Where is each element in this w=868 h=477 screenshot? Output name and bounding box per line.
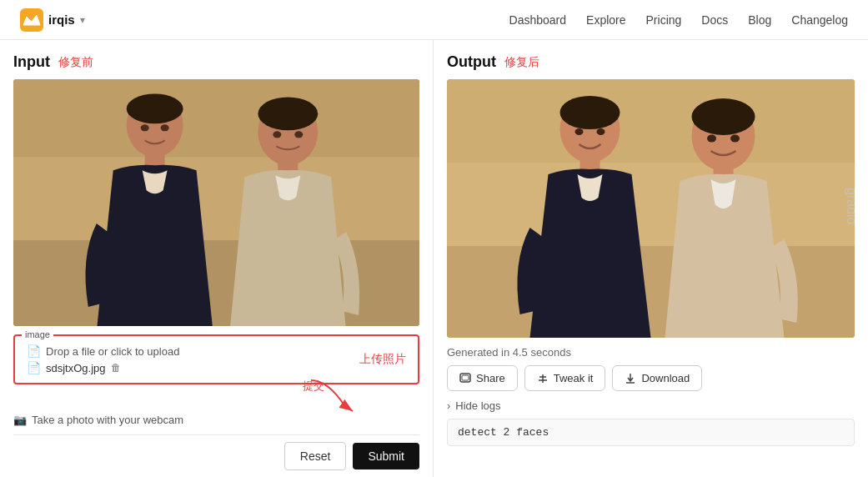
header: irqis ▾ Dashboard Explore Pricing Docs B… [0, 0, 868, 40]
svg-point-21 [560, 96, 620, 129]
output-image: gradio gradio [447, 79, 855, 338]
bottom-bar: Reset Submit [13, 434, 419, 477]
logo-icon [20, 8, 43, 32]
filename: sdsjtxOg.jpg [46, 362, 106, 374]
tweak-button[interactable]: Tweak it [524, 365, 606, 391]
nav-pricing[interactable]: Pricing [646, 13, 682, 27]
svg-point-12 [273, 131, 281, 138]
output-photo-svg: gradio gradio [447, 79, 855, 338]
delete-file-icon[interactable]: 🗑 [111, 362, 121, 374]
webcam-text: Take a photo with your webcam [32, 414, 183, 426]
file-small-icon: 📄 [27, 361, 41, 374]
logs-toggle-label: Hide logs [455, 399, 500, 412]
input-photo-bg [13, 79, 419, 326]
share-icon [459, 373, 471, 384]
output-subtitle: 修复后 [504, 55, 539, 70]
main-nav: Dashboard Explore Pricing Docs Blog Chan… [509, 13, 848, 27]
svg-rect-0 [20, 8, 43, 32]
input-subtitle: 修复前 [58, 55, 93, 70]
input-photo-svg [13, 79, 419, 326]
logo-text: irqis [48, 13, 75, 27]
logs-text: detect 2 faces [458, 426, 549, 439]
download-button[interactable]: Download [612, 365, 702, 391]
download-label: Download [641, 372, 690, 384]
tweak-icon [537, 373, 549, 384]
share-button[interactable]: Share [447, 365, 518, 391]
logo-area: irqis ▾ [20, 8, 85, 32]
nav-changelog[interactable]: Changelog [791, 13, 848, 27]
main-content: Input 修复前 [0, 40, 868, 477]
svg-point-22 [575, 128, 584, 135]
svg-point-7 [141, 124, 149, 131]
upload-label: image [22, 329, 53, 339]
share-label: Share [476, 372, 505, 384]
svg-point-27 [707, 135, 716, 143]
svg-point-11 [258, 97, 318, 130]
download-icon [625, 373, 636, 384]
filename-row: 📄 sdsjtxOg.jpg 🗑 [27, 361, 179, 374]
input-panel: Input 修复前 [0, 40, 434, 477]
action-buttons: Share Tweak it Download [447, 365, 855, 391]
generated-info: Generated in 4.5 seconds [447, 346, 855, 359]
upload-info: 📄 Drop a file or click to upload 📄 sdsjt… [27, 344, 179, 374]
input-title-row: Input 修复前 [13, 53, 419, 71]
upload-row: 📄 Drop a file or click to upload 📄 sdsjt… [27, 344, 406, 374]
output-panel: Output 修复后 [434, 40, 868, 477]
svg-point-28 [730, 135, 740, 143]
logs-chevron-icon: › [447, 399, 450, 412]
input-title: Input [13, 53, 50, 71]
svg-point-8 [161, 124, 169, 131]
submit-button[interactable]: Submit [353, 443, 419, 469]
logs-toggle[interactable]: › Hide logs [447, 399, 855, 412]
svg-point-26 [692, 98, 755, 135]
upload-hint-text: Drop a file or click to upload [46, 345, 179, 358]
arrow-area: 提交 [13, 384, 419, 409]
tweak-label: Tweak it [554, 372, 594, 384]
input-image [13, 79, 419, 326]
svg-text:gradio: gradio [845, 188, 855, 225]
upload-cta[interactable]: 上传照片 [359, 352, 406, 367]
svg-rect-3 [13, 79, 419, 157]
svg-text:提交: 提交 [303, 379, 324, 392]
nav-explore[interactable]: Explore [586, 13, 625, 27]
file-icon: 📄 [27, 344, 41, 358]
chevron-down-icon: ▾ [80, 14, 85, 26]
svg-point-6 [127, 93, 183, 123]
nav-dashboard[interactable]: Dashboard [509, 13, 567, 27]
nav-docs[interactable]: Docs [701, 13, 728, 27]
nav-blog[interactable]: Blog [748, 13, 771, 27]
output-title-row: Output 修复后 [447, 53, 855, 71]
upload-hint: 📄 Drop a file or click to upload [27, 344, 179, 358]
webcam-icon: 📷 [13, 414, 27, 426]
reset-button[interactable]: Reset [284, 442, 347, 470]
svg-point-13 [294, 131, 303, 138]
svg-rect-33 [462, 375, 469, 380]
output-title: Output [447, 53, 496, 71]
logs-content: detect 2 faces [447, 419, 855, 446]
svg-rect-18 [447, 79, 855, 163]
svg-point-23 [597, 128, 605, 135]
submit-arrow: 提交 [303, 376, 369, 418]
